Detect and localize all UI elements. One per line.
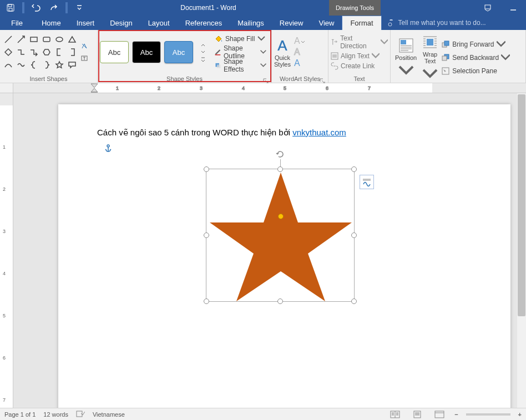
- vertical-scrollbar[interactable]: [517, 93, 526, 408]
- shape-star-icon[interactable]: [53, 59, 65, 71]
- zoom-slider[interactable]: [466, 413, 510, 416]
- shape-outline-button[interactable]: Shape Outline: [212, 46, 269, 58]
- wrap-text-button[interactable]: Wrap Text: [419, 32, 441, 83]
- shape-diamond-icon[interactable]: [2, 46, 14, 58]
- group-shape-styles: Abc Abc Abc Shape Fill Shape Outline Sha…: [98, 30, 272, 83]
- document-area: 123 456 7 1234567 Cách vẽ ngôi sao 5 cán…: [0, 83, 526, 408]
- style-preset-2[interactable]: Abc: [132, 41, 161, 63]
- shape-line-icon[interactable]: [2, 33, 14, 45]
- page-count[interactable]: Page 1 of 1: [4, 411, 36, 418]
- gallery-scroll-up[interactable]: [199, 42, 208, 49]
- text-effects-button[interactable]: A: [294, 58, 305, 68]
- shape-arrow-icon[interactable]: [15, 33, 27, 45]
- shape-lbracket-icon[interactable]: [53, 46, 65, 58]
- star-shape[interactable]: [210, 173, 352, 301]
- word-count[interactable]: 12 words: [43, 411, 68, 418]
- bring-forward-button[interactable]: Bring Forward: [441, 38, 510, 50]
- redo-button[interactable]: [45, 0, 62, 16]
- layout-options-button[interactable]: [360, 175, 374, 189]
- gallery-more[interactable]: [199, 56, 208, 63]
- tab-home[interactable]: Home: [34, 16, 69, 30]
- minimize-button[interactable]: [500, 0, 526, 16]
- save-button[interactable]: [2, 0, 19, 16]
- hanging-indent-icon[interactable]: [90, 87, 98, 93]
- wordart-launcher[interactable]: [320, 76, 326, 83]
- tab-file[interactable]: File: [0, 16, 34, 30]
- edit-shape-button[interactable]: [79, 40, 89, 52]
- resize-handle-mr[interactable]: [351, 232, 357, 238]
- shape-callout-icon[interactable]: [66, 59, 78, 71]
- shape-oval-icon[interactable]: [53, 33, 65, 45]
- ribbon: Insert Shapes Abc Abc Abc Shape Fill Sha…: [0, 30, 526, 83]
- zoom-out-button[interactable]: −: [454, 411, 458, 418]
- language-status[interactable]: Vietnamese: [93, 411, 125, 418]
- hyperlink[interactable]: vnkythuat.com: [292, 128, 346, 137]
- create-link-button[interactable]: Create Link: [331, 62, 388, 70]
- shape-adjust-handle[interactable]: [278, 214, 284, 219]
- style-preset-3[interactable]: Abc: [164, 41, 193, 63]
- style-gallery[interactable]: Abc Abc Abc: [100, 41, 208, 63]
- shape-elbow-arrow-icon[interactable]: [28, 46, 40, 58]
- tab-view[interactable]: View: [311, 16, 342, 30]
- text-fill-button[interactable]: A: [294, 36, 305, 46]
- tab-insert[interactable]: Insert: [69, 16, 103, 30]
- web-layout-button[interactable]: [432, 409, 447, 419]
- read-mode-button[interactable]: [388, 409, 402, 419]
- shape-rbrace-icon[interactable]: [41, 59, 53, 71]
- svg-rect-38: [414, 411, 421, 418]
- shape-fill-button[interactable]: Shape Fill: [212, 33, 269, 45]
- tab-layout[interactable]: Layout: [140, 16, 178, 30]
- shape-rbracket-icon[interactable]: [66, 46, 78, 58]
- shape-hexagon-icon[interactable]: [41, 46, 53, 58]
- shape-lbrace-icon[interactable]: [28, 59, 40, 71]
- text-box-button[interactable]: [79, 52, 89, 64]
- resize-handle-bc[interactable]: [277, 298, 283, 304]
- tab-mailings[interactable]: Mailings: [230, 16, 272, 30]
- text-direction-button[interactable]: Text Direction: [331, 34, 388, 50]
- svg-text:5: 5: [284, 85, 286, 91]
- proofing-icon[interactable]: [76, 410, 85, 419]
- shapes-gallery[interactable]: [2, 33, 78, 71]
- rotate-handle[interactable]: [275, 149, 285, 159]
- selection-pane-button[interactable]: Selection Pane: [441, 65, 510, 77]
- anchor-icon[interactable]: [104, 144, 113, 155]
- shape-roundrect-icon[interactable]: [41, 33, 53, 45]
- tab-format[interactable]: Format: [342, 16, 381, 30]
- resize-handle-br[interactable]: [351, 298, 357, 304]
- send-backward-button[interactable]: Send Backward: [441, 52, 510, 64]
- vertical-ruler[interactable]: 1234567: [0, 93, 13, 408]
- tell-me-search[interactable]: Tell me what you want to do...: [382, 16, 492, 30]
- tab-references[interactable]: References: [178, 16, 230, 30]
- zoom-in-button[interactable]: +: [518, 411, 522, 418]
- quick-styles-button[interactable]: A Quick Styles: [274, 37, 291, 68]
- title-bar: Document1 - Word Drawing Tools: [0, 0, 526, 16]
- print-layout-button[interactable]: [410, 409, 424, 419]
- resize-handle-bl[interactable]: [204, 298, 209, 304]
- quick-access-toolbar: [0, 0, 88, 16]
- shape-wave-icon[interactable]: [15, 59, 27, 71]
- qat-customize-button[interactable]: [71, 0, 88, 16]
- tab-design[interactable]: Design: [102, 16, 140, 30]
- svg-rect-9: [215, 54, 221, 55]
- undo-button[interactable]: [28, 0, 44, 16]
- style-preset-1[interactable]: Abc: [100, 41, 129, 63]
- shape-rect-icon[interactable]: [28, 33, 40, 45]
- resize-handle-tr[interactable]: [351, 166, 357, 172]
- shape-selection-box[interactable]: [206, 169, 355, 302]
- ribbon-options-button[interactable]: [475, 0, 500, 16]
- resize-handle-ml[interactable]: [204, 232, 209, 238]
- position-button[interactable]: Position: [393, 36, 419, 80]
- align-text-button[interactable]: Align Text: [331, 52, 388, 60]
- shape-curve-icon[interactable]: [2, 59, 14, 71]
- shape-effects-button[interactable]: Shape Effects: [212, 59, 269, 72]
- shape-triangle-icon[interactable]: [66, 33, 78, 45]
- document-page[interactable]: Cách vẽ ngôi sao 5 cánh trong WORD thực …: [58, 104, 510, 420]
- tab-review[interactable]: Review: [272, 16, 311, 30]
- gallery-scroll-down[interactable]: [199, 49, 208, 56]
- horizontal-ruler[interactable]: 123 456 7: [13, 83, 526, 93]
- text-outline-button[interactable]: A: [294, 47, 305, 57]
- resize-handle-tl[interactable]: [204, 166, 209, 172]
- resize-handle-tc[interactable]: [277, 166, 283, 172]
- shape-styles-launcher[interactable]: [263, 76, 270, 83]
- shape-elbow-icon[interactable]: [15, 46, 27, 58]
